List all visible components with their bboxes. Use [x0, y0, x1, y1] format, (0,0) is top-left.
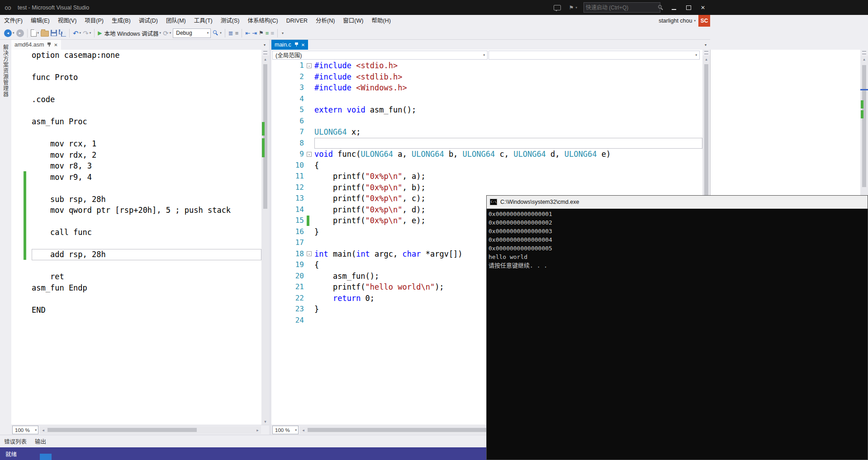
menu-item[interactable]: 测试(S) [217, 15, 244, 27]
menu-item[interactable]: 分析(N) [312, 15, 339, 27]
quick-launch-box[interactable] [583, 2, 660, 13]
menu-item[interactable]: 体系结构(C) [243, 15, 282, 27]
menu-item[interactable]: 生成(B) [108, 15, 135, 27]
c-code-line[interactable]: 4 [271, 94, 702, 105]
navigate-back-button[interactable]: ◂▾ [4, 29, 14, 37]
asm-code-line[interactable]: mov rdx, 2 [32, 150, 261, 161]
chevron-down-icon[interactable]: ▾ [694, 19, 696, 23]
collapse-toggle-icon[interactable]: - [307, 152, 312, 157]
asm-code-line[interactable] [32, 293, 261, 305]
scroll-left-icon[interactable]: ◂ [40, 426, 47, 434]
asm-code-line[interactable] [32, 238, 261, 249]
tab-main-c[interactable]: main.c ✕ [271, 40, 308, 50]
menu-item[interactable]: DRIVER [282, 15, 312, 27]
scroll-left-icon[interactable]: ◂ [300, 426, 307, 434]
asm-editor[interactable]: option casemap:nonefunc Proto.codeasm_fu… [11, 50, 269, 425]
asm-code-line[interactable]: .code [32, 94, 261, 105]
zoom-combobox[interactable]: 100 % ▾ [12, 426, 38, 434]
scroll-down-icon[interactable]: ▾ [261, 418, 269, 425]
asm-code-line[interactable] [32, 216, 261, 227]
menu-item[interactable]: 团队(M) [162, 15, 190, 27]
scrollbar-thumb[interactable] [47, 428, 197, 432]
asm-code-line[interactable] [32, 105, 261, 117]
toolbar-overflow-button[interactable]: ▾ [281, 31, 284, 35]
asm-code-line[interactable] [32, 83, 261, 94]
undo-button[interactable]: ↶▾ [73, 30, 81, 37]
maximize-button[interactable] [681, 0, 696, 15]
member-combobox[interactable]: ▾ [489, 51, 700, 60]
scroll-up-icon[interactable]: ▴ [261, 56, 269, 62]
splitter-grip-icon[interactable] [702, 50, 710, 56]
close-tab-icon[interactable]: ✕ [301, 42, 305, 47]
feedback-icon[interactable] [554, 5, 561, 10]
c-code-line[interactable]: 6 [271, 116, 702, 127]
splitter-grip-icon[interactable] [860, 50, 868, 56]
asm-code-line[interactable]: call func [32, 227, 261, 238]
object-list-button[interactable]: ≡ [235, 30, 239, 37]
c-code-line[interactable]: 5extern void asm_fun(); [271, 104, 702, 116]
menu-item[interactable]: 文件(F) [0, 15, 27, 27]
asm-editor-hscrollbar[interactable]: ◂ ▸ [40, 426, 261, 434]
quick-launch-input[interactable] [584, 5, 658, 11]
asm-code-line[interactable] [32, 260, 261, 272]
tab-list-chevron-icon[interactable]: ▾ [264, 43, 266, 47]
c-code-line[interactable]: 2#include <stdlib.h> [271, 71, 702, 83]
navigate-forward-button[interactable]: ▸ [16, 29, 24, 37]
cmd-output[interactable]: 0x00000000000000010x00000000000000020x00… [487, 209, 868, 460]
zoom-combobox[interactable]: 100 % ▾ [272, 426, 299, 434]
scroll-right-icon[interactable]: ▸ [254, 426, 261, 434]
restart-debug-button[interactable]: ⟳▾ [163, 30, 171, 37]
asm-editor-vscrollbar[interactable]: ▴ ▾ [261, 50, 269, 425]
c-code-line[interactable]: 1-#include <stdio.h> [271, 60, 702, 71]
c-code-line[interactable]: 3#include <Windows.h> [271, 82, 702, 94]
asm-code-line[interactable]: END [32, 305, 261, 316]
save-all-button[interactable] [59, 29, 66, 37]
pin-icon[interactable] [294, 42, 299, 47]
save-button[interactable] [51, 30, 57, 36]
comment-button[interactable]: ≡ [266, 30, 269, 37]
asm-code-line[interactable]: add rsp, 28h [32, 249, 261, 260]
new-file-button[interactable]: ▾ [31, 29, 39, 37]
c-code-line[interactable]: 10{ [271, 160, 702, 171]
member-list-button[interactable]: ≣ [228, 30, 233, 37]
menu-item[interactable]: 编辑(E) [27, 15, 54, 27]
asm-code-line[interactable]: mov r9, 4 [32, 172, 261, 183]
asm-code-line[interactable]: mov qword ptr [rsp+20h], 5 ; push stack [32, 205, 261, 216]
cmd-title-bar[interactable]: C:\ C:\Windows\system32\cmd.exe [487, 196, 868, 209]
tab-amd64-asm[interactable]: amd64.asm ✕ [11, 40, 61, 50]
pin-icon[interactable] [47, 42, 51, 47]
asm-code-line[interactable]: mov r8, 3 [32, 160, 261, 172]
indent-decrease-button[interactable]: ⇤ [245, 30, 250, 37]
title-bar[interactable]: ∞ test - Microsoft Visual Studio ⚑ ▾ ✕ [0, 0, 710, 15]
bottom-panel-tab[interactable]: 输出 [31, 435, 50, 448]
asm-code-line[interactable] [32, 61, 261, 72]
redo-button[interactable]: ↷▾ [83, 30, 91, 37]
menu-item[interactable]: 项目(P) [81, 15, 108, 27]
asm-code-line[interactable]: func Proto [32, 72, 261, 83]
tab-list-chevron-icon[interactable]: ▾ [705, 43, 707, 47]
scroll-up-icon[interactable]: ▴ [702, 56, 710, 62]
scrollbar-thumb[interactable] [263, 64, 267, 209]
menu-item[interactable]: 视图(V) [54, 15, 81, 27]
scrollbar-thumb[interactable] [862, 65, 866, 187]
asm-code-line[interactable]: asm_fun Proc [32, 116, 261, 127]
open-file-button[interactable] [41, 29, 49, 37]
asm-code-line[interactable]: ret [32, 271, 261, 282]
search-icon[interactable] [658, 5, 664, 11]
asm-code-line[interactable]: sub rsp, 28h [32, 194, 261, 205]
collapse-toggle-icon[interactable]: - [307, 251, 312, 256]
collapse-toggle-icon[interactable]: - [307, 63, 312, 68]
minimize-button[interactable] [667, 0, 681, 15]
splitter-grip-icon[interactable] [261, 50, 269, 56]
c-code-line[interactable]: 8 [271, 138, 702, 149]
menu-item[interactable]: 窗口(W) [339, 15, 367, 27]
scroll-up-icon[interactable]: ▴ [860, 56, 868, 62]
cmd-window[interactable]: C:\ C:\Windows\system32\cmd.exe 0x000000… [486, 195, 868, 460]
asm-code-line[interactable]: asm_fun Endp [32, 282, 261, 294]
close-button[interactable]: ✕ [696, 0, 710, 15]
asm-code-line[interactable] [32, 127, 261, 139]
account-badge[interactable]: SC [698, 15, 710, 27]
uncomment-button[interactable]: ≡ [270, 30, 274, 37]
indent-increase-button[interactable]: ⇥ [252, 30, 257, 37]
menu-item[interactable]: 帮助(H) [367, 15, 394, 27]
